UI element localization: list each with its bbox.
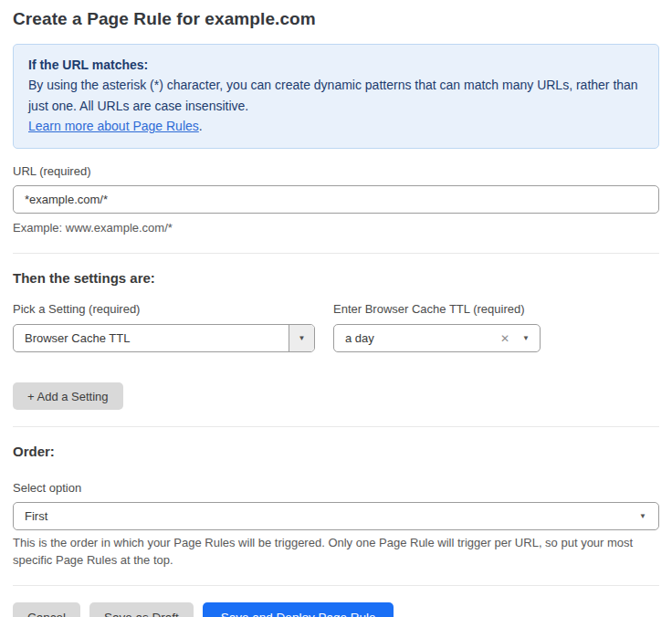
info-box-link-line: Learn more about Page Rules. (28, 116, 644, 136)
page-title: Create a Page Rule for example.com (13, 9, 659, 29)
ttl-picker-label: Enter Browser Cache TTL (required) (333, 302, 541, 316)
chevron-down-icon: ▼ (299, 334, 306, 342)
settings-section-heading: Then the settings are: (13, 270, 659, 286)
order-select[interactable]: First ▼ (13, 502, 659, 530)
settings-row: Pick a Setting (required) Browser Cache … (13, 302, 659, 352)
setting-picker-caret-button[interactable]: ▼ (289, 325, 314, 351)
url-field-label: URL (required) (13, 164, 659, 178)
order-helper-text: This is the order in which your Page Rul… (13, 535, 659, 570)
footer-actions: Cancel Save as Draft Save and Deploy Pag… (13, 602, 659, 617)
add-setting-button[interactable]: + Add a Setting (13, 382, 123, 410)
order-select-label: Select option (13, 481, 659, 495)
ttl-picker-select[interactable]: a day ✕ ▼ (333, 324, 541, 352)
info-box-body: By using the asterisk (*) character, you… (28, 75, 644, 116)
setting-picker-label: Pick a Setting (required) (13, 302, 315, 316)
ttl-picker-group: Enter Browser Cache TTL (required) a day… (333, 302, 541, 352)
url-field-helper: Example: www.example.com/* (13, 220, 659, 237)
url-input[interactable] (13, 185, 659, 214)
order-select-value: First (14, 509, 658, 523)
link-suffix: . (199, 119, 203, 133)
setting-picker-value: Browser Cache TTL (14, 331, 289, 345)
clear-icon[interactable]: ✕ (500, 332, 509, 345)
cancel-button[interactable]: Cancel (13, 602, 80, 617)
setting-picker-group: Pick a Setting (required) Browser Cache … (13, 302, 315, 352)
page-rule-form: Create a Page Rule for example.com If th… (0, 0, 672, 617)
divider (13, 426, 659, 427)
save-as-draft-button[interactable]: Save as Draft (89, 602, 194, 617)
divider (13, 253, 659, 254)
learn-more-link[interactable]: Learn more about Page Rules (28, 119, 199, 133)
setting-picker-select[interactable]: Browser Cache TTL ▼ (13, 324, 315, 352)
divider (13, 585, 659, 586)
ttl-picker-value: a day (334, 331, 500, 345)
save-and-deploy-button[interactable]: Save and Deploy Page Rule (203, 602, 394, 617)
url-match-info-box: If the URL matches: By using the asteris… (13, 44, 659, 149)
info-box-heading: If the URL matches: (28, 55, 644, 75)
chevron-down-icon[interactable]: ▼ (522, 334, 530, 342)
order-section-heading: Order: (13, 444, 659, 459)
chevron-down-icon: ▼ (639, 512, 646, 520)
